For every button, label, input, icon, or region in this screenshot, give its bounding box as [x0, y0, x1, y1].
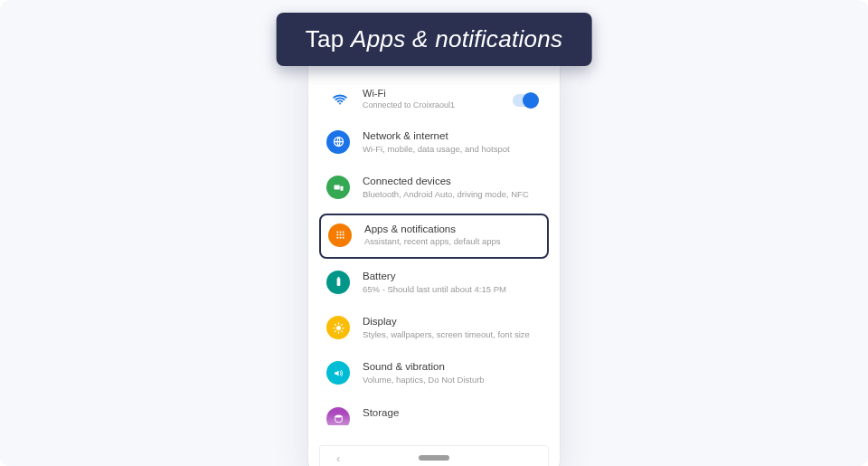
- tutorial-scene: Tap Apps & notifications Wi-Fi Connected…: [0, 0, 868, 466]
- connected-devices-row[interactable]: Connected devices Bluetooth, Android Aut…: [316, 166, 552, 211]
- instruction-banner: Tap Apps & notifications: [277, 13, 592, 66]
- battery-row[interactable]: Battery 65% - Should last until about 4:…: [316, 261, 552, 306]
- sound-icon: [326, 361, 350, 385]
- brightness-icon: [326, 316, 350, 339]
- network-internet-row[interactable]: Network & internet Wi-Fi, mobile, data u…: [316, 120, 552, 166]
- svg-point-11: [339, 237, 341, 239]
- wifi-icon: [330, 90, 350, 109]
- storage-icon: [326, 407, 350, 425]
- svg-rect-14: [337, 277, 339, 278]
- wifi-title: Wi-Fi: [363, 87, 500, 100]
- wifi-row[interactable]: Wi-Fi Connected to Croixraoul1: [316, 81, 552, 120]
- svg-point-12: [342, 237, 344, 239]
- row-subtitle: Styles, wallpapers, screen timeout, font…: [363, 329, 542, 340]
- sound-vibration-row[interactable]: Sound & vibration Volume, haptics, Do No…: [316, 351, 552, 396]
- svg-point-6: [342, 231, 344, 233]
- svg-point-15: [336, 326, 341, 330]
- home-pill[interactable]: [419, 455, 449, 461]
- banner-italic: Apps & notifications: [351, 25, 562, 52]
- row-title: Connected devices: [363, 175, 542, 188]
- svg-point-16: [335, 415, 342, 418]
- row-subtitle: Wi-Fi, mobile, data usage, and hotspot: [363, 144, 542, 155]
- svg-point-10: [336, 237, 338, 239]
- row-subtitle: Assistant, recent apps, default apps: [364, 236, 540, 247]
- svg-point-0: [339, 103, 341, 105]
- back-icon[interactable]: ‹: [336, 452, 340, 465]
- row-title: Battery: [363, 270, 542, 283]
- svg-point-9: [342, 234, 344, 236]
- row-subtitle: Volume, haptics, Do Not Disturb: [363, 375, 542, 385]
- apps-notifications-row[interactable]: Apps & notifications Assistant, recent a…: [319, 214, 549, 259]
- wifi-toggle[interactable]: [513, 94, 538, 107]
- row-subtitle: Bluetooth, Android Auto, driving mode, N…: [363, 189, 542, 200]
- row-title: Apps & notifications: [364, 223, 540, 236]
- svg-point-8: [339, 234, 341, 236]
- battery-icon: [326, 271, 350, 294]
- banner-prefix: Tap: [306, 25, 351, 52]
- row-subtitle: 65% - Should last until about 4:15 PM: [363, 284, 542, 295]
- navigation-bar: ‹: [319, 445, 549, 466]
- row-title: Network & internet: [363, 129, 542, 143]
- svg-point-7: [336, 234, 338, 236]
- phone-frame: Wi-Fi Connected to Croixraoul1 Network: [308, 45, 560, 466]
- row-title: Display: [363, 315, 542, 328]
- settings-list[interactable]: Wi-Fi Connected to Croixraoul1 Network: [316, 54, 552, 425]
- grid-icon: [328, 223, 352, 247]
- row-title: Sound & vibration: [363, 360, 542, 374]
- svg-point-4: [336, 231, 338, 233]
- display-row[interactable]: Display Styles, wallpapers, screen timeo…: [316, 306, 552, 351]
- row-title: Storage: [363, 406, 542, 420]
- storage-row[interactable]: Storage: [316, 397, 552, 425]
- svg-rect-13: [336, 278, 340, 286]
- globe-icon: [326, 130, 350, 154]
- svg-point-5: [339, 231, 341, 233]
- svg-rect-2: [334, 185, 339, 189]
- devices-icon: [326, 176, 350, 199]
- wifi-text: Wi-Fi Connected to Croixraoul1: [363, 87, 500, 111]
- svg-rect-3: [340, 185, 343, 190]
- wifi-subtitle: Connected to Croixraoul1: [363, 100, 500, 111]
